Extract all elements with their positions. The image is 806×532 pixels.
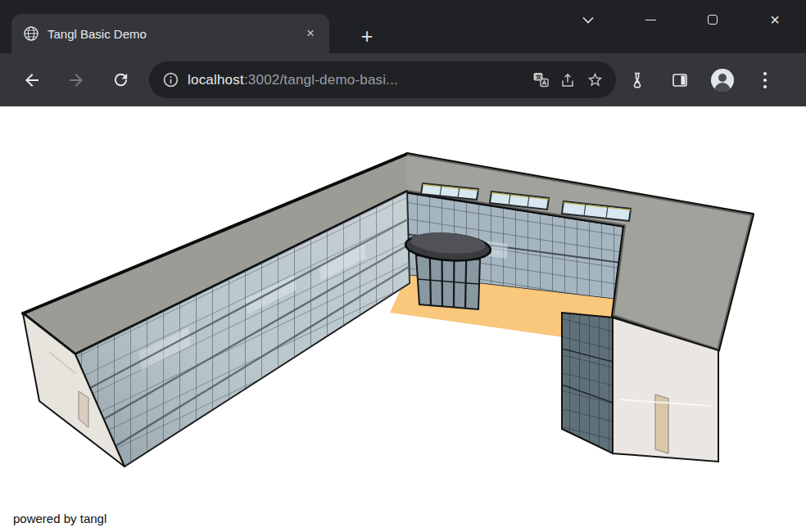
tab-close-icon[interactable]: ×: [300, 23, 321, 44]
extension-beaker-button[interactable]: [616, 59, 659, 101]
tab-strip: Tangl Basic Demo × + ×: [0, 0, 806, 53]
profile-avatar[interactable]: [701, 59, 744, 101]
back-arrow-icon: [22, 70, 42, 90]
tab-search-button[interactable]: [557, 3, 619, 36]
side-panel-icon: [671, 71, 689, 89]
maximize-icon: [708, 15, 718, 25]
model-viewer[interactable]: powered by tangl: [0, 106, 806, 532]
building-right-wing-glass: [562, 313, 613, 453]
browser-menu-button[interactable]: [744, 59, 786, 101]
beaker-icon: [628, 71, 646, 89]
side-panel-button[interactable]: [659, 59, 701, 101]
close-icon: ×: [770, 11, 780, 29]
minimize-icon: [645, 20, 656, 20]
url-path: :3002/tangl-demo-basi...: [244, 72, 398, 88]
tab-title: Tangl Basic Demo: [48, 27, 292, 41]
url-host: localhost: [188, 72, 244, 88]
powered-by-watermark: powered by tangl: [13, 512, 106, 525]
share-icon[interactable]: [558, 70, 577, 90]
address-bar[interactable]: localhost:3002/tangl-demo-basi...: [149, 61, 616, 98]
close-window-button[interactable]: ×: [744, 3, 806, 36]
browser-window: Tangl Basic Demo × + ×: [0, 0, 806, 532]
minimize-button[interactable]: [619, 3, 681, 36]
navigation-toolbar: localhost:3002/tangl-demo-basi...: [0, 53, 806, 106]
tab-tangl-basic-demo[interactable]: Tangl Basic Demo ×: [11, 14, 329, 53]
kebab-menu-icon: [763, 71, 768, 89]
new-tab-button[interactable]: +: [352, 21, 382, 51]
url-text: localhost:3002/tangl-demo-basi...: [188, 72, 523, 88]
reload-icon: [111, 70, 130, 89]
avatar-icon: [710, 68, 735, 92]
site-info-icon[interactable]: [161, 70, 180, 90]
translate-icon[interactable]: [531, 70, 550, 90]
maximize-button[interactable]: [681, 3, 744, 36]
back-button[interactable]: [10, 58, 54, 102]
forward-arrow-icon: [66, 70, 86, 90]
bookmark-star-icon[interactable]: [585, 70, 604, 90]
window-controls: ×: [557, 3, 806, 36]
globe-favicon-icon: [23, 25, 39, 42]
building-model: [0, 106, 806, 532]
reload-button[interactable]: [98, 58, 143, 102]
forward-button[interactable]: [54, 58, 98, 102]
chevron-down-icon: [582, 16, 594, 24]
